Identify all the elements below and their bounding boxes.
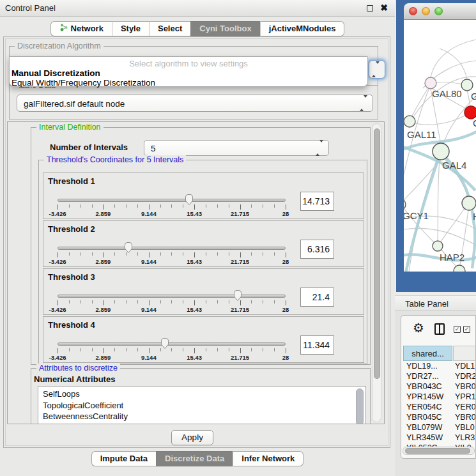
numerical-attributes-list[interactable]: SelfLoops TopologicalCoefficient Between… xyxy=(38,386,366,424)
table-row[interactable]: YBR045C YBR0 xyxy=(403,412,476,422)
table-row[interactable]: YBR043C YBR0 xyxy=(403,381,476,392)
threshold-value-field[interactable]: 11.344 xyxy=(300,335,334,355)
table-row[interactable]: YBL079W YBL0 xyxy=(403,422,476,433)
tab-label: Impute Data xyxy=(100,452,148,466)
slider-thumb[interactable] xyxy=(185,194,194,208)
control-panel: Control Panel ✖ Network xyxy=(0,0,395,476)
slider-thumb[interactable] xyxy=(233,289,242,304)
table-data-value: galFiltered.sif default node xyxy=(24,95,125,112)
tick-label: 9.144 xyxy=(141,210,157,217)
network-node[interactable] xyxy=(404,199,406,210)
network-node[interactable] xyxy=(464,106,476,119)
slider-thumb[interactable] xyxy=(124,242,133,256)
checkbox-icon[interactable]: ✓ xyxy=(463,326,470,333)
threshold-value-field[interactable]: 14.713 xyxy=(300,192,334,211)
slider-tick-labels: -3.426 2.859 9.144 15.43 21. xyxy=(58,306,286,314)
network-node[interactable] xyxy=(461,79,473,91)
threshold-slider[interactable]: -3.426 2.859 9.144 15.43 21. xyxy=(58,239,286,266)
network-node[interactable] xyxy=(433,241,443,251)
table-row[interactable]: YPR145W YPR1 xyxy=(403,392,476,402)
combo-stepper-icon xyxy=(360,98,367,109)
dropdown-hint: Select algorithm to view settings xyxy=(10,59,367,68)
threshold-slider[interactable]: -3.426 2.859 9.144 15.43 21. xyxy=(58,287,286,314)
node-label: HAP2 xyxy=(440,252,464,263)
table-scrollbar-thumb[interactable] xyxy=(405,448,470,454)
tick-label: 15.43 xyxy=(187,210,202,217)
number-of-intervals-combobox[interactable]: 5 xyxy=(144,140,329,156)
settings-gear-icon[interactable]: ⚙ xyxy=(413,320,424,335)
split-columns-icon[interactable] xyxy=(434,323,445,335)
bottom-tab[interactable]: Infer Network xyxy=(233,451,303,466)
screen: Control Panel ✖ Network xyxy=(0,0,476,476)
table-row[interactable]: YLR345W YLR3 xyxy=(403,433,476,443)
slider-track[interactable] xyxy=(58,199,286,202)
threshold-value-field[interactable]: 21.4 xyxy=(300,288,334,307)
minimize-traffic-light-icon[interactable] xyxy=(422,7,430,15)
threshold-slider[interactable]: -3.426 2.859 9.144 15.43 21. xyxy=(58,335,286,362)
network-node[interactable] xyxy=(454,265,465,272)
network-node[interactable] xyxy=(404,116,415,127)
close-icon[interactable]: ✖ xyxy=(380,3,388,13)
cell-shared-name: YBR045C xyxy=(406,412,442,422)
table-horizontal-scrollbar[interactable] xyxy=(403,447,475,455)
slider-thumb[interactable] xyxy=(160,337,169,352)
dropdown-option-equal-width[interactable]: Equal Width/Frequency Discretization xyxy=(12,78,155,88)
slider-track[interactable] xyxy=(58,247,286,250)
cell-name: YER0 xyxy=(455,402,476,412)
tab-label: Infer Network xyxy=(242,452,295,466)
zoom-traffic-light-icon[interactable] xyxy=(434,7,443,15)
network-node[interactable] xyxy=(462,196,476,210)
cell-shared-name: YLR345W xyxy=(406,433,443,443)
apply-button[interactable]: Apply xyxy=(171,430,213,445)
bottom-tab[interactable]: Discretize Data xyxy=(156,451,233,466)
top-tab[interactable]: Cyni Toolbox xyxy=(190,21,259,36)
table-row[interactable]: YER054C YER0 xyxy=(403,402,476,412)
tab-label: Style xyxy=(121,22,141,36)
top-tab[interactable]: Select xyxy=(149,21,190,36)
threshold-slider[interactable]: -3.426 2.859 9.144 15.43 21. xyxy=(58,191,286,218)
checkbox-icon[interactable]: ✓ xyxy=(454,326,461,333)
slider-track[interactable] xyxy=(58,342,286,346)
dropdown-option-manual[interactable]: Manual Discretization xyxy=(12,68,100,78)
column-header-name[interactable]: na xyxy=(453,346,476,361)
threshold-label: Threshold 1 xyxy=(48,176,95,186)
cyni-toolbox-content: Discretization Algorithm Select algorith… xyxy=(3,36,390,448)
threshold-panel: Threshold 2 xyxy=(43,220,364,267)
discretization-algorithm-label: Discretization Algorithm xyxy=(15,42,104,50)
top-tab[interactable]: Style xyxy=(112,21,149,36)
network-canvas[interactable]: GAL80GCGAL11GAL4GCY1HHAP2 xyxy=(404,20,476,272)
tick-label: 28 xyxy=(282,210,289,217)
list-scrollbar[interactable] xyxy=(356,388,364,424)
tick-label: -3.426 xyxy=(49,210,66,217)
threshold-label: Threshold 2 xyxy=(48,224,95,234)
cell-name: YPR1 xyxy=(455,392,476,402)
tick-label: 15.43 xyxy=(187,306,202,313)
network-node[interactable] xyxy=(433,143,449,160)
slider-track[interactable] xyxy=(58,295,286,298)
tab-label: Network xyxy=(71,22,104,36)
network-node[interactable] xyxy=(425,77,436,89)
attribute-list-item[interactable]: TopologicalCoefficient xyxy=(38,400,365,411)
tick-label: 21.715 xyxy=(231,306,249,313)
tick-label: 28 xyxy=(282,258,289,265)
threshold-value-field[interactable]: 6.316 xyxy=(300,240,334,259)
settings-scrollbar-thumb[interactable] xyxy=(374,128,380,379)
bottom-tab[interactable]: Impute Data xyxy=(91,451,156,466)
tab-label: Discretize Data xyxy=(165,452,224,466)
attribute-list-item[interactable]: SelfLoops xyxy=(38,388,365,400)
top-tab[interactable]: Network xyxy=(50,21,112,36)
table-data-combobox[interactable]: galFiltered.sif default node xyxy=(17,95,373,112)
table-row[interactable]: YDR27... YDR2 xyxy=(403,371,476,381)
cell-name: YBL0 xyxy=(455,422,475,433)
column-header-shared[interactable]: shared... xyxy=(403,346,452,361)
float-window-icon[interactable] xyxy=(367,5,373,12)
attribute-list-item[interactable]: BetweennessCentrality xyxy=(38,411,365,422)
node-label: GAL11 xyxy=(407,129,436,140)
settings-scrollbar[interactable] xyxy=(372,123,381,422)
tick-label: 9.144 xyxy=(141,354,157,361)
algorithm-combobox-button[interactable] xyxy=(369,60,385,79)
table-row[interactable]: YDL19... YDL1 xyxy=(403,361,476,371)
network-edge xyxy=(404,89,429,192)
close-traffic-light-icon[interactable] xyxy=(409,7,417,15)
top-tab[interactable]: jActiveMNodules xyxy=(260,21,345,36)
